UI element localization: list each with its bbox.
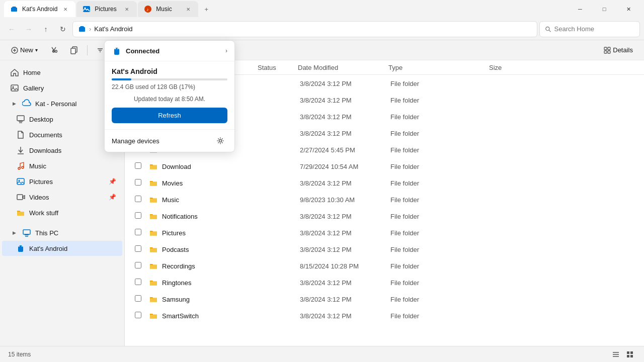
grid-view-button[interactable]	[624, 348, 636, 360]
tab-kats-android[interactable]: Kat's Android ✕	[4, 1, 75, 17]
folder-name-label: Movies	[162, 179, 183, 187]
sidebar-item-desktop-label: Desktop	[29, 116, 116, 123]
row-checkbox[interactable]	[135, 196, 149, 204]
file-type-cell: File folder	[390, 213, 491, 220]
row-checkbox[interactable]	[135, 262, 149, 270]
minimize-button[interactable]: ─	[569, 1, 592, 17]
popup-storage-text: 22.4 GB used of 128 GB (17%)	[112, 83, 227, 90]
row-checkbox[interactable]	[135, 312, 149, 320]
row-checkbox[interactable]	[135, 212, 149, 220]
file-name-cell: Pictures	[149, 228, 260, 237]
table-row[interactable]: Pictures 3/8/2024 3:12 PM File folder	[127, 225, 642, 241]
copy-button[interactable]	[65, 44, 83, 56]
refresh-button[interactable]: ↻	[55, 22, 70, 37]
sidebar-item-work-stuff[interactable]: Work stuff	[2, 205, 122, 220]
table-row[interactable]: Ringtones 3/8/2024 3:12 PM File folder	[127, 275, 642, 291]
search-input[interactable]	[554, 25, 634, 33]
row-checkbox[interactable]	[135, 279, 149, 287]
row-checkbox[interactable]	[135, 245, 149, 253]
table-row[interactable]: Music 9/8/2023 10:30 AM File folder	[127, 192, 642, 208]
file-date-cell: 7/29/2024 10:54 AM	[300, 163, 390, 170]
tab-kats-android-label: Kat's Android	[22, 6, 57, 13]
sidebar-item-kats-android[interactable]: Kat's Android	[2, 241, 122, 256]
svg-rect-22	[11, 85, 18, 91]
table-row[interactable]: Movies 3/8/2024 3:12 PM File folder	[127, 175, 642, 191]
titlebar: Kat's Android ✕ Pictures ✕ ♪ Music ✕ + ─…	[0, 0, 644, 18]
table-row[interactable]: Recordings 8/15/2024 10:28 PM File folde…	[127, 258, 642, 274]
row-checkbox[interactable]	[135, 295, 149, 303]
file-name-cell: Podcasts	[149, 245, 260, 254]
svg-point-38	[19, 246, 20, 247]
tab-music-close[interactable]: ✕	[184, 5, 192, 13]
tab-pictures[interactable]: Pictures ✕	[76, 1, 137, 17]
popup-body: Kat's Android 22.4 GB used of 128 GB (17…	[105, 61, 234, 129]
folder-name-label: Pictures	[162, 229, 186, 237]
popup-updated-text: Updated today at 8:50 AM.	[112, 96, 227, 103]
search-box[interactable]	[539, 21, 640, 37]
cut-button[interactable]	[45, 44, 63, 56]
statusbar: 15 items	[0, 346, 644, 362]
file-type-cell: File folder	[390, 296, 491, 303]
main-layout: Home Gallery ▶ Kat - Personal Desktop Do…	[0, 60, 644, 346]
sidebar-item-pictures[interactable]: Pictures 📌	[2, 174, 122, 189]
table-row[interactable]: Samsung 3/8/2024 3:12 PM File folder	[127, 291, 642, 307]
folder-name-label: Notifications	[162, 213, 198, 220]
row-checkbox[interactable]	[135, 162, 149, 170]
row-checkbox[interactable]	[135, 229, 149, 237]
row-checkbox[interactable]	[135, 179, 149, 187]
table-row[interactable]: Notifications 3/8/2024 3:12 PM File fold…	[127, 208, 642, 224]
folder-name-label: Download	[162, 163, 191, 170]
sidebar-item-music-label: Music	[29, 162, 116, 170]
folder-icon	[149, 278, 158, 287]
popup-title-row: Connected	[112, 46, 159, 56]
table-row[interactable]: Podcasts 3/8/2024 3:12 PM File folder	[127, 241, 642, 257]
new-button[interactable]: New ▾	[6, 44, 43, 56]
table-row[interactable]: SmartSwitch 3/8/2024 3:12 PM File folder	[127, 308, 642, 324]
address-box[interactable]: › Kat's Android	[72, 21, 537, 37]
tab-pictures-close[interactable]: ✕	[123, 5, 131, 13]
close-button[interactable]: ✕	[617, 1, 640, 17]
list-view-icon	[612, 350, 620, 358]
size-column-header: Size	[489, 64, 636, 71]
file-type-cell: File folder	[390, 130, 491, 137]
folder-icon	[149, 162, 158, 171]
sidebar-item-videos[interactable]: Videos 📌	[2, 190, 122, 205]
svg-rect-46	[630, 355, 633, 357]
sidebar-item-music[interactable]: Music	[2, 158, 122, 173]
forward-button[interactable]: →	[21, 22, 36, 37]
svg-point-49	[115, 48, 116, 49]
file-type-cell: File folder	[390, 179, 491, 187]
file-type-cell: File folder	[390, 246, 491, 253]
manage-devices-link[interactable]: Manage devices	[112, 137, 159, 145]
list-view-button[interactable]	[610, 348, 622, 360]
kats-android-sidebar-icon	[16, 244, 25, 253]
details-icon	[604, 47, 611, 54]
svg-rect-34	[25, 234, 29, 235]
expand-icon: ▶	[10, 100, 18, 108]
file-date-cell: 3/8/2024 3:12 PM	[300, 312, 390, 320]
details-button[interactable]: Details	[599, 44, 638, 56]
sidebar-item-this-pc[interactable]: ▶ This PC	[2, 225, 122, 240]
table-row[interactable]: Download 7/29/2024 10:54 AM File folder	[127, 158, 642, 174]
home-icon	[10, 68, 19, 77]
back-button[interactable]: ←	[4, 22, 19, 37]
documents-icon	[16, 130, 25, 139]
tab-kats-android-close[interactable]: ✕	[61, 5, 69, 13]
folder-name-label: Ringtones	[162, 279, 192, 287]
file-date-cell: 3/8/2024 3:12 PM	[300, 130, 390, 137]
up-button[interactable]: ↑	[38, 22, 53, 37]
maximize-button[interactable]: □	[593, 1, 616, 17]
folder-icon	[149, 195, 158, 204]
popup-chevron-icon[interactable]: ›	[225, 47, 227, 54]
file-type-cell: File folder	[390, 146, 491, 154]
cut-icon	[50, 46, 58, 54]
tab-music[interactable]: ♪ Music ✕	[138, 1, 198, 17]
popup-settings-button[interactable]	[213, 134, 227, 148]
music-tab-icon: ♪	[144, 5, 152, 13]
sidebar-item-home-label: Home	[23, 69, 116, 76]
svg-rect-19	[608, 47, 610, 50]
file-name-cell: SmartSwitch	[149, 311, 260, 320]
refresh-button-popup[interactable]: Refresh	[112, 108, 227, 123]
add-tab-button[interactable]: +	[199, 2, 213, 16]
sidebar-item-work-stuff-label: Work stuff	[29, 209, 116, 217]
